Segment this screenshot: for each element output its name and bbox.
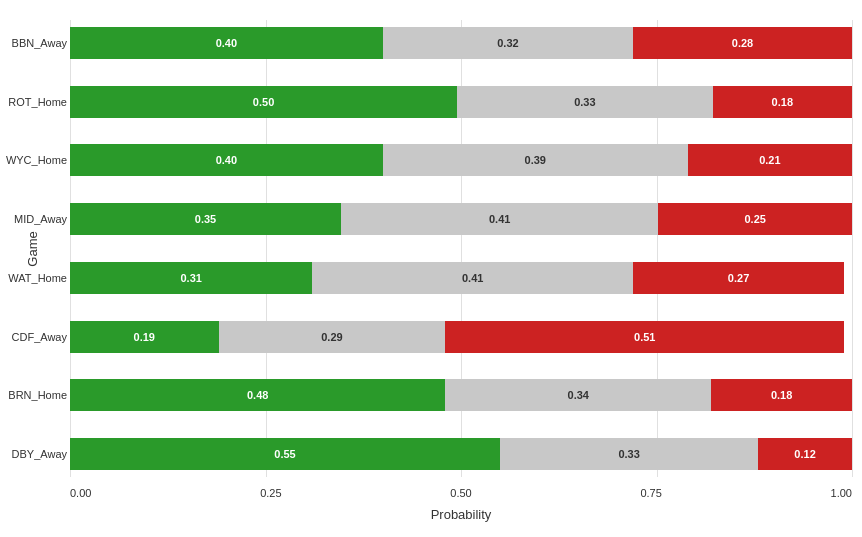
bar-lose-segment: 0.28 <box>633 27 852 59</box>
table-row: BBN_Away0.400.320.28 <box>70 24 852 62</box>
bar-win-segment: 0.40 <box>70 27 383 59</box>
bars-container: BBN_Away0.400.320.28ROT_Home0.500.330.18… <box>70 20 852 477</box>
bar-label: ROT_Home <box>2 96 67 108</box>
bars-wrapper: 0.550.330.12 <box>70 438 852 470</box>
bars-wrapper: 0.310.410.27 <box>70 262 852 294</box>
bar-lose-segment: 0.27 <box>633 262 844 294</box>
table-row: WAT_Home0.310.410.27 <box>70 259 852 297</box>
bars-wrapper: 0.400.320.28 <box>70 27 852 59</box>
x-tick-50: 0.50 <box>450 487 471 499</box>
bar-label: MID_Away <box>2 213 67 225</box>
bar-draw-segment: 0.32 <box>383 27 633 59</box>
x-axis: 0.00 0.25 0.50 0.75 1.00 <box>70 487 852 499</box>
x-tick-0: 0.00 <box>70 487 91 499</box>
chart-container: Game BBN_Away0.400.320.28ROT_Home0.500.3… <box>0 0 862 537</box>
bar-win-segment: 0.50 <box>70 86 457 118</box>
bars-wrapper: 0.500.330.18 <box>70 86 852 118</box>
bar-label: DBY_Away <box>2 448 67 460</box>
bar-win-segment: 0.19 <box>70 321 219 353</box>
table-row: WYC_Home0.400.390.21 <box>70 141 852 179</box>
bar-win-segment: 0.35 <box>70 203 341 235</box>
bar-win-segment: 0.31 <box>70 262 312 294</box>
bar-lose-segment: 0.51 <box>445 321 844 353</box>
bar-draw-segment: 0.29 <box>219 321 446 353</box>
bar-lose-segment: 0.18 <box>711 379 852 411</box>
bar-draw-segment: 0.33 <box>457 86 713 118</box>
bar-label: BBN_Away <box>2 37 67 49</box>
x-tick-25: 0.25 <box>260 487 281 499</box>
bar-win-segment: 0.40 <box>70 144 383 176</box>
bar-lose-segment: 0.12 <box>758 438 852 470</box>
bar-draw-segment: 0.34 <box>445 379 711 411</box>
x-axis-label: Probability <box>431 507 492 522</box>
bar-label: WYC_Home <box>2 154 67 166</box>
bar-draw-segment: 0.39 <box>383 144 688 176</box>
bar-label: CDF_Away <box>2 331 67 343</box>
bar-draw-segment: 0.41 <box>312 262 633 294</box>
bar-win-segment: 0.48 <box>70 379 445 411</box>
bars-wrapper: 0.480.340.18 <box>70 379 852 411</box>
bars-wrapper: 0.350.410.25 <box>70 203 852 235</box>
bar-win-segment: 0.55 <box>70 438 500 470</box>
x-tick-100: 1.00 <box>831 487 852 499</box>
table-row: BRN_Home0.480.340.18 <box>70 376 852 414</box>
bars-wrapper: 0.400.390.21 <box>70 144 852 176</box>
bar-label: WAT_Home <box>2 272 67 284</box>
table-row: MID_Away0.350.410.25 <box>70 200 852 238</box>
bar-lose-segment: 0.18 <box>713 86 852 118</box>
y-axis-label: Game <box>25 231 40 266</box>
table-row: ROT_Home0.500.330.18 <box>70 83 852 121</box>
bar-label: BRN_Home <box>2 389 67 401</box>
bar-draw-segment: 0.33 <box>500 438 758 470</box>
bar-lose-segment: 0.21 <box>688 144 852 176</box>
chart-area: Game BBN_Away0.400.320.28ROT_Home0.500.3… <box>70 20 852 477</box>
table-row: CDF_Away0.190.290.51 <box>70 318 852 356</box>
bar-draw-segment: 0.41 <box>341 203 658 235</box>
table-row: DBY_Away0.550.330.12 <box>70 435 852 473</box>
x-tick-75: 0.75 <box>640 487 661 499</box>
bar-lose-segment: 0.25 <box>658 203 852 235</box>
bars-wrapper: 0.190.290.51 <box>70 321 852 353</box>
